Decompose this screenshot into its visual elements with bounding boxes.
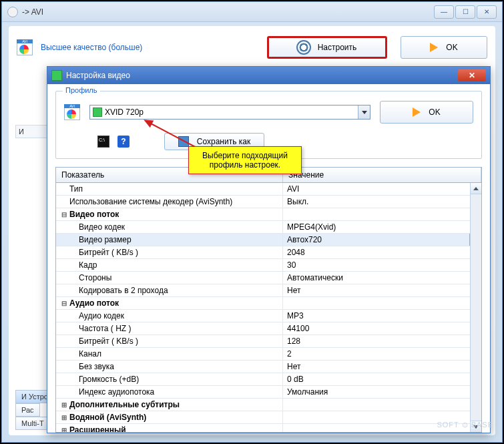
avi-format-icon: AVI — [17, 39, 33, 55]
grid-key: Громкость (+dB) — [79, 375, 139, 384]
grid-value[interactable] — [283, 416, 481, 419]
grid-value[interactable]: Умолчания — [283, 386, 481, 398]
grid-key: Дополнительные субтитры — [69, 400, 180, 409]
grid-value[interactable]: Нет — [283, 284, 481, 296]
grid-value[interactable]: Автоматически — [283, 272, 481, 284]
ok-label: OK — [446, 43, 457, 52]
chevron-down-icon[interactable] — [358, 105, 370, 119]
dialog-title: Настройка видео — [66, 71, 130, 80]
grid-row[interactable]: ТипAVI — [56, 183, 481, 196]
grid-key: Стороны — [79, 273, 111, 282]
grid-value[interactable] — [283, 403, 481, 406]
profile-combobox[interactable]: XVID 720p — [89, 105, 370, 120]
grid-key: Видео кодек — [79, 222, 125, 232]
video-settings-dialog: Настройка видео ✕ Профиль AVI XVID 720p … — [47, 66, 491, 433]
status-tab[interactable]: Рас — [15, 403, 40, 417]
dialog-ok-button[interactable]: OK — [380, 101, 473, 124]
grid-category-row[interactable]: ⊞Водяной (AviSynth) — [56, 411, 481, 424]
grid-value[interactable]: AVI — [283, 183, 481, 195]
expand-toggle-icon[interactable]: ⊟ — [59, 300, 69, 307]
expand-toggle-icon[interactable]: ⊞ — [59, 427, 69, 433]
outer-titlebar: -> AVI — ☐ ✕ — [2, 2, 502, 22]
grid-value[interactable]: 128 — [283, 335, 481, 347]
grid-key: Использование системы декодер (AviSynth) — [69, 197, 232, 206]
grid-value[interactable]: Нет — [283, 361, 481, 373]
grid-header-val[interactable]: Значение — [283, 168, 481, 182]
callout-line: Выберите подходящий — [194, 151, 296, 160]
grid-key: Без звука — [79, 362, 114, 371]
grid-key: Видео размер — [79, 235, 132, 244]
expand-toggle-icon[interactable]: ⊞ — [59, 401, 69, 409]
grid-row[interactable]: Аудио кодекMP3 — [56, 310, 481, 322]
help-icon[interactable]: ? — [117, 136, 130, 148]
grid-value[interactable]: 2048 — [283, 246, 481, 258]
maximize-button[interactable]: ☐ — [455, 5, 475, 19]
grid-key: Кодировать в 2 прохода — [79, 286, 168, 295]
grid-row[interactable]: СтороныАвтоматически — [56, 272, 481, 284]
expand-toggle-icon[interactable]: ⊞ — [59, 414, 69, 421]
grid-row[interactable]: Видео кодекMPEG4(Xvid) — [56, 221, 481, 234]
grid-row[interactable]: Видео размерАвтох720 — [56, 234, 481, 246]
grid-key: Канал — [79, 349, 101, 359]
console-icon[interactable] — [97, 136, 109, 148]
grid-row[interactable]: Использование системы декодер (AviSynth)… — [56, 196, 481, 208]
dialog-icon — [51, 70, 62, 81]
grid-key: Кадр — [79, 260, 97, 270]
grid-row[interactable]: Громкость (+dB)0 dB — [56, 373, 481, 386]
grid-key: Аудио поток — [69, 298, 119, 308]
grid-category-row[interactable]: ⊟Аудио поток — [56, 297, 481, 310]
grid-row[interactable]: Индекс аудиопотокаУмолчания — [56, 386, 481, 399]
grid-row[interactable]: Битрейт ( KB/s )128 — [56, 335, 481, 348]
window-title: -> AVI — [22, 7, 434, 17]
watermark: SOFT ⊙ BASE — [437, 421, 493, 429]
grid-key: Водяной (AviSynth) — [69, 413, 146, 422]
scroll-up-icon[interactable] — [471, 183, 481, 194]
grid-category-row[interactable]: ⊞Расширенный — [56, 424, 481, 432]
avi-format-icon: AVI — [64, 104, 80, 120]
film-icon — [93, 107, 102, 117]
grid-key: Тип — [69, 184, 83, 194]
grid-key: Расширенный — [69, 425, 126, 432]
grid-key: Частота ( HZ ) — [79, 324, 131, 333]
group-label: Профиль — [63, 86, 100, 94]
grid-value[interactable]: MPEG4(Xvid) — [283, 221, 481, 233]
grid-value[interactable]: MP3 — [283, 310, 481, 322]
grid-category-row[interactable]: ⊞Дополнительные субтитры — [56, 399, 481, 411]
grid-row[interactable]: Частота ( HZ )44100 — [56, 322, 481, 335]
app-icon — [7, 7, 18, 17]
configure-button[interactable]: Настроить — [267, 36, 387, 59]
grid-row[interactable]: Канал2 — [56, 348, 481, 361]
grid-key: Видео поток — [69, 210, 119, 219]
status-tab[interactable]: Multi-T — [15, 417, 50, 430]
grid-key: Аудио кодек — [79, 311, 124, 320]
grid-value[interactable]: 2 — [283, 348, 481, 360]
grid-row[interactable]: Кодировать в 2 проходаНет — [56, 284, 481, 297]
arrow-right-icon — [430, 43, 438, 52]
quality-link[interactable]: Высшее качество (больше) — [41, 43, 142, 52]
grid-value[interactable] — [283, 302, 481, 304]
grid-value[interactable]: Автох720 — [283, 234, 481, 246]
grid-value[interactable]: Выкл. — [283, 196, 481, 208]
close-button[interactable]: ✕ — [477, 5, 497, 19]
dialog-titlebar[interactable]: Настройка видео ✕ — [47, 67, 490, 84]
callout-line: профиль настроек. — [194, 160, 296, 170]
grid-value[interactable] — [283, 213, 481, 216]
expand-toggle-icon[interactable]: ⊟ — [59, 211, 69, 218]
ok-label: OK — [429, 107, 440, 117]
ok-button[interactable]: OK — [401, 36, 487, 59]
arrow-right-icon — [413, 107, 421, 117]
profile-value: XVID 720p — [105, 107, 144, 117]
minimize-button[interactable]: — — [434, 5, 454, 19]
grid-value[interactable]: 30 — [283, 259, 481, 271]
dialog-close-button[interactable]: ✕ — [458, 69, 486, 81]
grid-row[interactable]: Кадр30 — [56, 259, 481, 272]
grid-row[interactable]: Без звукаНет — [56, 361, 481, 373]
grid-value[interactable]: 0 dB — [283, 373, 481, 385]
vertical-scrollbar[interactable] — [470, 183, 481, 432]
grid-value[interactable]: 44100 — [283, 322, 481, 335]
configure-label: Настроить — [318, 43, 357, 52]
tooltip-callout: Выберите подходящий профиль настроек. — [188, 146, 302, 174]
svg-line-0 — [150, 123, 200, 150]
grid-category-row[interactable]: ⊟Видео поток — [56, 208, 481, 221]
grid-row[interactable]: Битрейт ( KB/s )2048 — [56, 246, 481, 259]
